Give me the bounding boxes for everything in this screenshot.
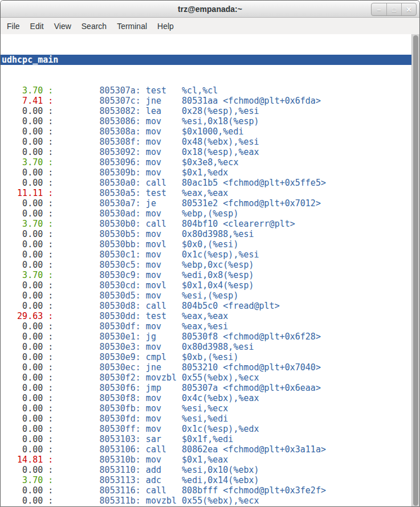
asm-row[interactable]: 0.00 : 80530e9: cmpl $0xb,(%esi) [1,352,411,362]
instruction-text: test %cl,%cl [141,85,218,96]
asm-row[interactable]: 3.70 : 8053096: mov $0x3e8,%ecx [1,157,411,167]
asm-row[interactable]: 0.00 : 80530fb: mov %esi,%ecx [1,403,411,414]
asm-row[interactable]: 14.81 : 805310b: mov $0x1,%eax [1,455,411,465]
menu-search[interactable]: Search [76,22,112,31]
instruction-text: jne 80531aa <fchmod@plt+0x6fda> [141,96,321,106]
asm-row[interactable]: 0.00 : 8053092: mov 0x18(%esp),%eax [1,147,411,157]
menu-file[interactable]: File [2,22,25,31]
asm-row[interactable]: 3.70 : 805307a: test %cl,%cl [1,85,411,96]
menu-help[interactable]: Help [152,22,179,31]
sample-percent: 0.00 : [2,434,53,444]
asm-row[interactable]: 0.00 : 80530b5: mov 0x80d3988,%esi [1,229,411,239]
window-controls: – □ ✕ [371,3,417,16]
menu-terminal[interactable]: Terminal [112,22,152,31]
asm-row[interactable]: 0.00 : 8053086: mov %esi,0x18(%esp) [1,116,411,126]
asm-row[interactable]: 0.00 : 80530c1: mov 0x1c(%esp),%esi [1,250,411,260]
sample-percent: 14.81 : [2,455,53,465]
asm-row[interactable]: 0.00 : 80530ad: mov %ebp,(%esp) [1,208,411,219]
sample-percent: 0.00 : [2,485,53,496]
instruction-text: movl $0x0,(%esi) [141,239,239,250]
instruction-address: 80530dd: [53,311,141,321]
instruction-text: jmp 805307a <fchmod@plt+0x6eaa> [141,383,321,393]
asm-row[interactable]: 3.70 : 80530c9: mov %edi,0x8(%esp) [1,270,411,280]
asm-row[interactable]: 0.00 : 80530e1: jg 80530f8 <fchmod@plt+0… [1,332,411,342]
asm-row[interactable]: 0.00 : 8053103: sar $0x1f,%edi [1,434,411,444]
menu-view[interactable]: View [49,22,76,31]
asm-row[interactable]: 0.00 : 805308a: mov $0x1000,%edi [1,126,411,137]
asm-row[interactable]: 0.00 : 80530df: mov %eax,%esi [1,321,411,332]
asm-row[interactable]: 0.00 : 80530bb: movl $0x0,(%esi) [1,239,411,250]
instruction-address: 80530c9: [53,270,141,280]
asm-row[interactable]: 0.00 : 80530d5: mov %esi,(%esp) [1,291,411,301]
asm-row[interactable]: 0.00 : 80530fd: mov %esi,%edi [1,414,411,424]
asm-row[interactable]: 0.00 : 8053116: call 808bfff <fchmod@plt… [1,485,411,496]
instruction-address: 8053096: [53,157,141,167]
instruction-address: 80530d5: [53,291,141,301]
instruction-text: movl $0x1,0x4(%esp) [141,280,254,291]
instruction-address: 80530b5: [53,229,141,239]
asm-row[interactable]: 0.00 : 805308f: mov 0x48(%ebx),%esi [1,137,411,147]
instruction-address: 80530a0: [53,178,141,188]
asm-row[interactable]: 0.00 : 80530f8: mov 0x4c(%ebx),%eax [1,393,411,403]
sample-percent: 0.00 : [2,321,53,332]
instruction-text: mov %eax,%esi [141,321,229,332]
asm-row[interactable]: 3.70 : 80530b0: call 804bf10 <clearerr@p… [1,219,411,229]
instruction-address: 805308a: [53,126,141,137]
asm-row[interactable]: 0.00 : 8053106: call 80862ea <fchmod@plt… [1,444,411,455]
menu-edit[interactable]: Edit [25,22,49,31]
asm-row[interactable]: 0.00 : 80530e3: mov 0x80d3988,%esi [1,342,411,352]
instruction-address: 80530a7: [53,198,141,208]
instruction-address: 8053116: [53,485,141,496]
asm-row[interactable]: 0.00 : 8053082: lea 0x28(%esp),%esi [1,106,411,116]
asm-row[interactable]: 0.00 : 80530ff: mov 0x1c(%esp),%edx [1,424,411,434]
instruction-text: mov 0x48(%ebx),%esi [141,137,259,147]
instruction-text: test %eax,%eax [141,188,229,198]
instruction-address: 80530cd: [53,280,141,291]
scrollbar-thumb[interactable] [413,35,418,506]
asm-row[interactable]: 3.70 : 8053113: adc %edi,0x14(%ebx) [1,475,411,485]
instruction-address: 805309b: [53,167,141,178]
sample-percent: 0.00 : [2,260,53,270]
instruction-text: mov %edi,0x8(%esp) [141,270,254,280]
instruction-text: mov 0x1c(%esp),%esi [141,250,259,260]
instruction-address: 805308f: [53,137,141,147]
asm-row[interactable]: 0.00 : 805311b: movzbl 0x55(%ebx),%ecx [1,496,411,506]
sample-percent: 0.00 : [2,137,53,147]
sample-percent: 0.00 : [2,301,53,311]
asm-row[interactable]: 0.00 : 80530d8: call 804b5c0 <fread@plt> [1,301,411,311]
instruction-address: 805307c: [53,96,141,106]
asm-row[interactable]: 11.11 : 80530a5: test %eax,%eax [1,188,411,198]
asm-row[interactable]: 0.00 : 8053110: add %esi,0x10(%ebx) [1,465,411,475]
terminal-screen[interactable]: udhcpc_main 3.70 : 805307a: test %cl,%cl… [1,34,419,507]
asm-row[interactable]: 0.00 : 80530a7: je 80531e2 <fchmod@plt+0… [1,198,411,208]
asm-row[interactable]: 7.41 : 805307c: jne 80531aa <fchmod@plt+… [1,96,411,106]
instruction-address: 80530a5: [53,188,141,198]
asm-row[interactable]: 0.00 : 80530f2: movzbl 0x55(%ebx),%ecx [1,373,411,383]
instruction-address: 80530fb: [53,403,141,414]
instruction-text: jg 80530f8 <fchmod@plt+0x6f28> [141,332,321,342]
minimize-button[interactable]: – [372,3,386,15]
instruction-text: mov %esi,%ecx [141,403,229,414]
asm-row[interactable]: 0.00 : 80530f6: jmp 805307a <fchmod@plt+… [1,383,411,393]
maximize-button[interactable]: □ [386,3,401,15]
scrollbar-track[interactable] [411,34,419,507]
sample-percent: 0.00 : [2,444,53,455]
close-button[interactable]: ✕ [401,3,416,15]
instruction-address: 80530fd: [53,414,141,424]
instruction-text: mov %ebp,(%esp) [141,208,239,219]
instruction-text: mov $0x1,%eax [141,455,229,465]
asm-row[interactable]: 0.00 : 805309b: mov $0x1,%edx [1,167,411,178]
asm-row[interactable]: 0.00 : 80530cd: movl $0x1,0x4(%esp) [1,280,411,291]
sample-percent: 0.00 : [2,126,53,137]
instruction-address: 8053082: [53,106,141,116]
instruction-address: 8053092: [53,147,141,157]
asm-row[interactable]: 0.00 : 80530ec: jne 8053210 <fchmod@plt+… [1,362,411,373]
instruction-address: 80530e1: [53,332,141,342]
asm-row[interactable]: 0.00 : 80530c5: mov %ebp,0xc(%esp) [1,260,411,270]
asm-row[interactable]: 29.63 : 80530dd: test %eax,%eax [1,311,411,321]
sample-percent: 0.00 : [2,332,53,342]
titlebar[interactable]: trz@empanada:~ – □ ✕ [1,1,419,18]
instruction-text: mov 0x80d3988,%esi [141,229,254,239]
sample-percent: 0.00 : [2,414,53,424]
asm-row[interactable]: 0.00 : 80530a0: call 80ac1b5 <fchmod@plt… [1,178,411,188]
